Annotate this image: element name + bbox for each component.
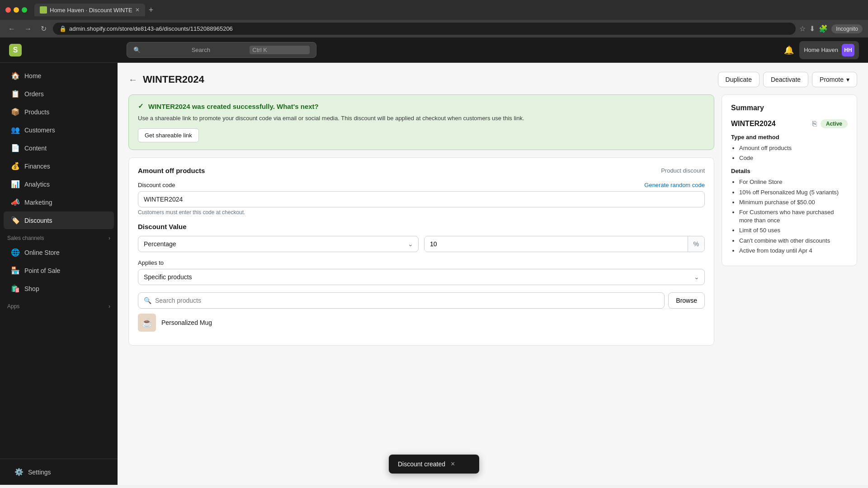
sidebar-item-content[interactable]: 📄 Content xyxy=(4,139,114,157)
new-tab-button[interactable]: + xyxy=(149,5,154,15)
products-icon: 📦 xyxy=(11,108,20,116)
detail-item-0: For Online Store xyxy=(739,178,848,186)
generate-random-code-link[interactable]: Generate random code xyxy=(644,182,705,188)
detail-item-3: For Customers who have purchased more th… xyxy=(739,208,848,225)
amount-off-card: Amount off products Product discount Dis… xyxy=(128,157,714,346)
sidebar-item-discounts[interactable]: 🏷️ Discounts xyxy=(4,211,114,229)
shop-icon: 🛍️ xyxy=(11,284,20,293)
details-title: Details xyxy=(731,168,848,174)
discount-code-field: Discount code Generate random code Custo… xyxy=(138,182,705,216)
extension-icon[interactable]: 🧩 xyxy=(819,24,828,33)
card-tag: Product discount xyxy=(661,167,705,174)
bookmark-icon[interactable]: ☆ xyxy=(799,24,806,33)
type-method-list: Amount off products Code xyxy=(731,144,848,162)
shopify-logo-icon: S xyxy=(9,44,22,56)
percentage-select[interactable]: Percentage xyxy=(138,236,419,252)
user-badge[interactable]: Home Haven HH xyxy=(799,41,859,59)
sidebar-item-settings[interactable]: ⚙️ Settings xyxy=(7,463,110,481)
percentage-input-group: % xyxy=(424,236,705,252)
browse-button[interactable]: Browse xyxy=(668,292,705,309)
discount-value-title: Discount Value xyxy=(138,223,705,230)
success-banner-heading: WINTER2024 was created successfully. Wha… xyxy=(148,103,319,110)
sidebar-nav: 🏠 Home 📋 Orders 📦 Products 👥 Customers 📄… xyxy=(0,63,118,459)
discount-code-input[interactable] xyxy=(138,191,705,207)
copy-icon[interactable]: ⎘ xyxy=(812,120,817,128)
sidebar-item-customers[interactable]: 👥 Customers xyxy=(4,121,114,139)
applies-to-select-wrapper: Specific products xyxy=(138,269,705,285)
sidebar-item-label: Analytics xyxy=(24,181,50,188)
sidebar-item-products[interactable]: 📦 Products xyxy=(4,103,114,121)
applies-to-select[interactable]: Specific products xyxy=(138,269,705,285)
topbar-right: 🔔 Home Haven HH xyxy=(784,41,859,59)
address-bar[interactable]: 🔒 admin.shopify.com/store/de8143-a6/disc… xyxy=(53,23,796,35)
search-products-field: 🔍 xyxy=(138,292,665,309)
product-name: Personalized Mug xyxy=(161,319,212,326)
summary-code: WINTER2024 xyxy=(731,120,776,128)
sidebar-item-label: Marketing xyxy=(24,199,52,206)
percentage-input[interactable] xyxy=(425,236,688,252)
browser-actions: ☆ ⬇ 🧩 Incognito xyxy=(799,24,863,33)
sales-channels-label: Sales channels xyxy=(7,235,44,241)
online-store-icon: 🌐 xyxy=(11,248,20,257)
download-icon[interactable]: ⬇ xyxy=(809,24,815,33)
page-header: ← WINTER2024 Duplicate Deactivate Promot… xyxy=(118,63,868,94)
promote-button[interactable]: Promote ▾ xyxy=(812,72,857,87)
chevron-down-icon: ▾ xyxy=(846,76,849,83)
toast-close-button[interactable]: × xyxy=(451,460,455,468)
product-thumbnail: ☕ xyxy=(138,314,156,332)
get-shareable-link-button[interactable]: Get shareable link xyxy=(138,128,199,142)
sidebar-item-point-of-sale[interactable]: 🏪 Point of Sale xyxy=(4,262,114,279)
sidebar-item-home[interactable]: 🏠 Home xyxy=(4,67,114,84)
discount-value-section: Discount Value Percentage xyxy=(138,223,705,252)
point-of-sale-icon: 🏪 xyxy=(11,266,20,275)
page-body: ✓ WINTER2024 was created successfully. W… xyxy=(118,94,868,357)
tab-close-icon[interactable]: ✕ xyxy=(135,7,140,13)
apps-section: Apps › xyxy=(0,298,118,311)
type-item-0: Amount off products xyxy=(739,144,848,152)
type-method-title: Type and method xyxy=(731,134,848,141)
sidebar-item-label: Online Store xyxy=(24,249,60,256)
duplicate-button[interactable]: Duplicate xyxy=(718,72,760,87)
back-button[interactable]: ← xyxy=(128,75,137,85)
discount-value-row: Percentage % xyxy=(138,236,705,252)
product-item: ☕ Personalized Mug xyxy=(138,309,705,336)
search-shortcut: Ctrl K xyxy=(250,46,310,54)
apps-expand[interactable]: › xyxy=(108,303,110,310)
window-minimize[interactable] xyxy=(14,7,19,13)
side-column: Summary WINTER2024 ⎘ Active Type and met… xyxy=(722,94,857,346)
search-products-input[interactable] xyxy=(155,293,659,308)
finances-icon: 💰 xyxy=(11,162,20,170)
type-item-1: Code xyxy=(739,154,848,162)
success-banner-title: ✓ WINTER2024 was created successfully. W… xyxy=(138,102,705,110)
percentage-suffix: % xyxy=(688,236,704,252)
sidebar-item-marketing[interactable]: 📣 Marketing xyxy=(4,193,114,211)
summary-card: Summary WINTER2024 ⎘ Active Type and met… xyxy=(722,94,857,266)
header-actions: Duplicate Deactivate Promote ▾ xyxy=(718,72,857,87)
back-button[interactable]: ← xyxy=(5,23,18,35)
notifications-button[interactable]: 🔔 xyxy=(784,45,794,55)
sidebar-item-finances[interactable]: 💰 Finances xyxy=(4,157,114,175)
sidebar-item-online-store[interactable]: 🌐 Online Store xyxy=(4,244,114,261)
tab-favicon xyxy=(40,6,47,14)
success-banner: ✓ WINTER2024 was created successfully. W… xyxy=(128,94,714,150)
store-name: Home Haven xyxy=(804,47,838,53)
sidebar-item-label: Discounts xyxy=(24,217,52,224)
sidebar-item-analytics[interactable]: 📊 Analytics xyxy=(4,175,114,193)
refresh-button[interactable]: ↻ xyxy=(38,23,49,35)
sales-channels-expand[interactable]: › xyxy=(108,235,110,241)
window-maximize[interactable] xyxy=(22,7,27,13)
main-content: ← WINTER2024 Duplicate Deactivate Promot… xyxy=(118,63,868,485)
sidebar-bottom: ⚙️ Settings xyxy=(0,459,118,485)
sidebar-item-orders[interactable]: 📋 Orders xyxy=(4,85,114,103)
search-products-section: 🔍 Browse xyxy=(138,292,705,309)
browser-tab[interactable]: Home Haven · Discount WINTE ✕ xyxy=(34,4,145,16)
window-close[interactable] xyxy=(5,7,11,13)
search-bar[interactable]: 🔍 Search Ctrl K xyxy=(127,42,316,58)
forward-button[interactable]: → xyxy=(22,23,34,35)
browser-nav: ← → ↻ 🔒 admin.shopify.com/store/de8143-a… xyxy=(0,20,868,38)
sidebar-item-label: Point of Sale xyxy=(24,267,60,274)
deactivate-button[interactable]: Deactivate xyxy=(763,72,808,87)
analytics-icon: 📊 xyxy=(11,180,20,188)
tab-title: Home Haven · Discount WINTE xyxy=(50,7,132,14)
sidebar-item-shop[interactable]: 🛍️ Shop xyxy=(4,280,114,297)
